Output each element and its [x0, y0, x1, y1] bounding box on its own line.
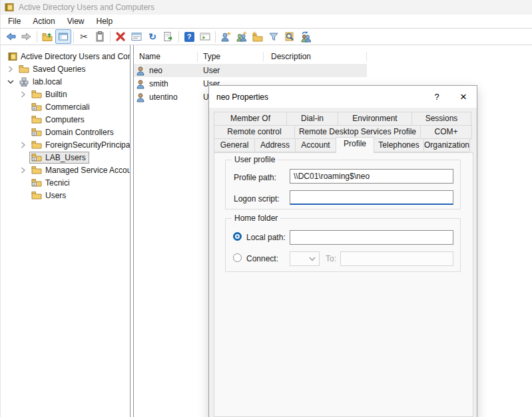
tab-account[interactable]: Account: [295, 138, 336, 152]
folder-icon: [31, 90, 42, 98]
column-header-type[interactable]: Type: [198, 50, 264, 64]
tree-item-tecnici[interactable]: Tecnici: [1, 176, 130, 189]
ou-folder-icon: [31, 153, 42, 162]
cell-name: smith: [149, 79, 168, 88]
chevron-right-icon[interactable]: [17, 142, 29, 148]
tab-telephones[interactable]: Telephones: [374, 138, 424, 152]
tab-strip: Member Of Dial-in Environment Sessions R…: [209, 108, 477, 154]
back-icon[interactable]: [3, 29, 19, 44]
tree-item-label: Commerciali: [45, 102, 90, 112]
dialog-title: neo Properties: [216, 92, 423, 102]
paste-icon[interactable]: [92, 29, 108, 44]
column-header-name[interactable]: Name: [134, 50, 198, 64]
cell-name: utentino: [149, 92, 178, 102]
profile-path-label: Profile path:: [234, 173, 276, 182]
ou-folder-icon: [31, 102, 42, 111]
logon-script-input[interactable]: [290, 190, 453, 205]
new-group-icon[interactable]: [234, 29, 250, 44]
help-button[interactable]: ?: [423, 86, 450, 108]
filter-icon[interactable]: [266, 29, 282, 44]
tree-item-commerciali[interactable]: Commerciali: [1, 100, 130, 113]
menu-help[interactable]: Help: [91, 15, 119, 29]
tree-item-root[interactable]: Active Directory Users and Computers: [1, 50, 130, 63]
tab-address[interactable]: Address: [254, 138, 296, 152]
cell-type: User: [198, 66, 264, 75]
find-icon[interactable]: [282, 29, 298, 44]
tree-item-users[interactable]: Users: [1, 189, 130, 202]
tree-item-computers[interactable]: Computers: [1, 113, 130, 126]
home-folder-group: Home folder Local path: Connect: To:: [225, 218, 461, 272]
chevron-down-icon: [309, 257, 316, 261]
ou-folder-icon: [31, 178, 42, 187]
chevron-right-icon[interactable]: [17, 167, 29, 174]
toolbar-separator: [178, 31, 179, 43]
tree-item-lab-local[interactable]: lab.local: [1, 75, 130, 88]
action-pane-icon[interactable]: [197, 29, 213, 44]
console-tree: Active Directory Users and Computers Sav…: [1, 45, 130, 417]
user-icon: [136, 92, 145, 102]
window-title: Active Directory Users and Computers: [19, 3, 154, 12]
tree-item-managed-service-accounts[interactable]: Managed Service Accounts: [1, 164, 130, 176]
tree-item-foreign-security-principals[interactable]: ForeignSecurityPrincipals: [1, 138, 130, 151]
menu-file[interactable]: File: [2, 15, 27, 29]
tab-sessions[interactable]: Sessions: [411, 112, 471, 126]
chevron-down-icon[interactable]: [5, 79, 17, 84]
help-icon[interactable]: ?: [181, 29, 197, 44]
tab-dial-in[interactable]: Dial-in: [286, 112, 338, 126]
export-list-icon[interactable]: [160, 29, 176, 44]
tree-item-label: Managed Service Accounts: [45, 166, 130, 175]
connect-radio[interactable]: [233, 253, 242, 262]
tree-item-label: LAB_Users: [45, 153, 86, 162]
column-header-description[interactable]: Description: [264, 50, 367, 64]
tree-item-saved-queries[interactable]: Saved Queries: [1, 63, 130, 75]
user-icon: [136, 79, 145, 89]
local-path-radio[interactable]: [233, 232, 242, 241]
folder-icon: [19, 65, 29, 73]
cell-name: neo: [149, 66, 162, 75]
tab-remote-control[interactable]: Remote control: [214, 125, 295, 139]
menu-action[interactable]: Action: [27, 15, 61, 29]
forward-icon[interactable]: [19, 29, 35, 44]
tree-item-builtin[interactable]: Builtin: [1, 88, 130, 100]
up-one-level-icon[interactable]: [39, 29, 55, 44]
connect-to-input[interactable]: [340, 251, 453, 266]
delete-icon[interactable]: [113, 29, 129, 44]
update-users-icon[interactable]: [298, 29, 314, 44]
local-path-label: Local path:: [246, 233, 286, 242]
folder-icon: [31, 140, 42, 149]
properties-icon[interactable]: [129, 29, 144, 44]
tab-member-of[interactable]: Member Of: [214, 112, 287, 126]
toolbar-separator: [110, 31, 111, 43]
tree-item-lab-users[interactable]: LAB_Users: [1, 151, 130, 164]
tree-item-domain-controllers[interactable]: Domain Controllers: [1, 126, 130, 138]
folder-icon: [31, 115, 42, 124]
tab-com-plus[interactable]: COM+: [420, 125, 472, 139]
tab-profile[interactable]: Profile: [336, 137, 374, 153]
new-user-icon[interactable]: [218, 29, 234, 44]
aduc-window: Active Directory Users and Computers Fil…: [0, 0, 532, 417]
dialog-title-bar: neo Properties ? ×: [209, 86, 477, 108]
chevron-right-icon[interactable]: [17, 91, 29, 98]
tab-environment[interactable]: Environment: [338, 112, 412, 126]
cut-icon[interactable]: ✂: [76, 29, 92, 44]
refresh-icon[interactable]: ↻: [144, 29, 160, 44]
local-path-input[interactable]: [290, 230, 453, 245]
menu-view[interactable]: View: [61, 15, 91, 29]
tab-general[interactable]: General: [214, 138, 255, 152]
drive-letter-dropdown[interactable]: [290, 251, 320, 266]
chevron-right-icon[interactable]: [5, 66, 17, 72]
folder-icon: [31, 166, 42, 174]
ou-folder-icon: [31, 128, 42, 136]
new-ou-icon[interactable]: [250, 29, 266, 44]
close-icon[interactable]: ×: [450, 86, 477, 108]
profile-path-input[interactable]: [290, 169, 453, 184]
list-row-neo[interactable]: neo User: [134, 64, 367, 77]
logon-script-label: Logon script:: [234, 194, 280, 204]
show-console-tree-icon[interactable]: [55, 29, 71, 44]
user-profile-group: User profile Profile path: Logon script:: [225, 160, 461, 209]
menu-bar: File Action View Help: [1, 15, 532, 29]
to-label: To:: [326, 254, 336, 263]
group-legend: Home folder: [232, 213, 280, 223]
toolbar-separator: [37, 31, 37, 43]
tab-organization[interactable]: Organization: [423, 138, 470, 152]
